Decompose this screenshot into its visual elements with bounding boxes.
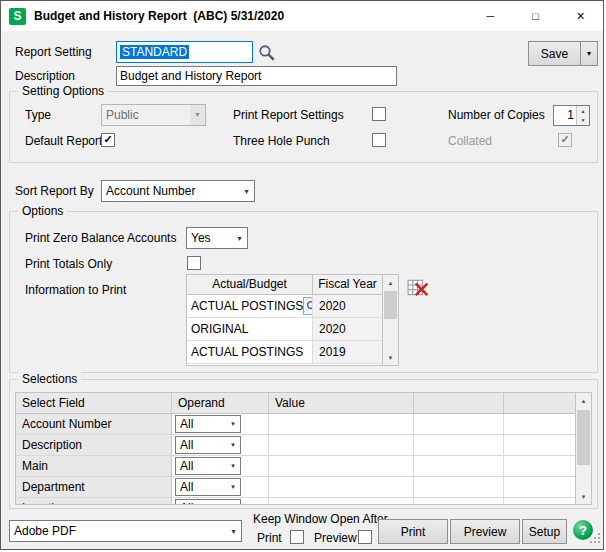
keep-print-label: Print xyxy=(257,531,282,546)
extra-cell[interactable] xyxy=(414,435,504,455)
operand-select[interactable]: All ▾ xyxy=(175,457,241,475)
column-header[interactable]: Value xyxy=(269,393,414,413)
default-report-label: Default Report xyxy=(25,134,102,149)
actual-budget-cell[interactable]: ACTUAL POSTINGS xyxy=(191,345,303,359)
report-setting-input[interactable]: STANDARD xyxy=(116,41,253,63)
table-row[interactable]: ACTUAL POSTINGS 2019 xyxy=(187,341,382,364)
preview-button[interactable]: Preview xyxy=(450,519,520,544)
number-of-copies-stepper[interactable]: 1 ▲ ▼ xyxy=(553,105,590,126)
help-icon: ? xyxy=(579,523,587,538)
keep-preview-checkbox[interactable]: ✓ xyxy=(358,530,372,544)
collated-checkbox: ✓ xyxy=(558,133,572,147)
extra-cell[interactable] xyxy=(414,498,504,504)
select-field-cell[interactable]: Description xyxy=(16,435,172,455)
scroll-up-icon[interactable]: ▲ xyxy=(576,393,591,408)
resize-grip[interactable] xyxy=(589,532,601,547)
extra-cell[interactable] xyxy=(504,477,575,497)
actual-budget-cell[interactable]: ACTUAL POSTINGS xyxy=(191,299,303,313)
operand-select[interactable]: All ▾ xyxy=(175,499,241,504)
chevron-down-icon: ▾ xyxy=(587,49,591,58)
operand-select[interactable]: All ▾ xyxy=(175,478,241,496)
print-button[interactable]: Print xyxy=(378,519,448,544)
scrollbar-thumb[interactable] xyxy=(577,410,590,465)
value-cell[interactable] xyxy=(269,498,414,504)
fiscal-year-cell[interactable]: 2020 xyxy=(313,318,382,340)
print-zero-balance-value: Yes xyxy=(187,231,232,245)
table-row[interactable]: ACTUAL POSTINGS 2020 xyxy=(187,295,382,318)
chevron-down-icon: ▾ xyxy=(232,234,247,243)
scroll-up-icon[interactable]: ▲ xyxy=(383,275,398,290)
value-cell[interactable] xyxy=(269,456,414,476)
value-cell[interactable] xyxy=(269,435,414,455)
table-row[interactable]: Account Number All ▾ xyxy=(16,414,575,435)
spinner-up-icon[interactable]: ▲ xyxy=(577,106,589,116)
default-report-checkbox[interactable]: ✓ xyxy=(101,133,115,147)
setup-button[interactable]: Setup xyxy=(522,519,567,544)
print-totals-only-checkbox[interactable]: ✓ xyxy=(187,256,201,270)
print-zero-balance-select[interactable]: Yes ▾ xyxy=(186,227,248,249)
selections-scrollbar[interactable]: ▲ ▼ xyxy=(575,393,591,504)
operand-select[interactable]: All ▾ xyxy=(175,415,241,433)
clear-grid-button[interactable] xyxy=(407,277,429,299)
three-hole-punch-checkbox[interactable]: ✓ xyxy=(372,133,386,147)
report-setting-lookup-button[interactable] xyxy=(257,43,277,63)
save-dropdown-button[interactable]: ▾ xyxy=(580,41,598,66)
check-icon: ✓ xyxy=(103,134,112,145)
information-to-print-grid: Actual/Budget Fiscal Year ACTUAL POSTING… xyxy=(186,274,399,366)
extra-cell[interactable] xyxy=(504,498,575,504)
scroll-down-icon[interactable]: ▼ xyxy=(383,350,398,365)
spinner-down-icon[interactable]: ▼ xyxy=(577,116,589,126)
select-field-cell[interactable]: Account Number xyxy=(16,414,172,434)
column-header[interactable]: Actual/Budget xyxy=(187,275,313,294)
maximize-button[interactable]: □ xyxy=(513,1,558,31)
type-select[interactable]: Public ▾ xyxy=(101,104,206,126)
value-cell[interactable] xyxy=(269,414,414,434)
operand-select[interactable]: All ▾ xyxy=(175,436,241,454)
column-header[interactable] xyxy=(504,393,575,413)
scrollbar-thumb[interactable] xyxy=(384,291,397,319)
description-input[interactable]: Budget and History Report xyxy=(116,66,397,86)
table-row[interactable]: Description All ▾ xyxy=(16,435,575,456)
select-field-cell[interactable]: Department xyxy=(16,477,172,497)
column-header[interactable]: Select Field xyxy=(16,393,172,413)
report-setting-value: STANDARD xyxy=(120,45,189,59)
table-row[interactable]: Main All ▾ xyxy=(16,456,575,477)
extra-cell[interactable] xyxy=(504,435,575,455)
fiscal-year-cell[interactable]: 2019 xyxy=(313,341,382,363)
extra-cell[interactable] xyxy=(414,414,504,434)
close-button[interactable]: ✕ xyxy=(558,1,603,31)
column-header[interactable] xyxy=(414,393,504,413)
select-field-cell[interactable]: Location xyxy=(16,498,172,504)
minimize-button[interactable]: ─ xyxy=(468,1,513,31)
column-header[interactable]: Operand xyxy=(172,393,269,413)
printer-select[interactable]: Adobe PDF ▾ xyxy=(9,520,242,542)
value-cell[interactable] xyxy=(269,477,414,497)
description-label: Description xyxy=(15,69,75,84)
selections-title: Selections xyxy=(18,372,81,387)
cell-lookup-button[interactable] xyxy=(303,297,313,315)
fiscal-year-cell[interactable]: 2020 xyxy=(313,295,382,317)
save-button[interactable]: Save xyxy=(528,41,581,66)
grid-scrollbar[interactable]: ▲ ▼ xyxy=(382,275,398,365)
table-row[interactable]: Department All ▾ xyxy=(16,477,575,498)
extra-cell[interactable] xyxy=(504,414,575,434)
table-header-row: Select Field Operand Value xyxy=(16,393,575,414)
sort-report-by-select[interactable]: Account Number ▾ xyxy=(101,180,255,202)
information-to-print-label: Information to Print xyxy=(25,283,126,298)
keep-print-checkbox[interactable]: ✓ xyxy=(290,530,304,544)
select-field-cell[interactable]: Main xyxy=(16,456,172,476)
sort-report-by-label: Sort Report By xyxy=(15,184,94,199)
column-header[interactable]: Fiscal Year xyxy=(313,275,382,294)
extra-cell[interactable] xyxy=(414,477,504,497)
table-row[interactable]: ORIGINAL 2020 xyxy=(187,318,382,341)
actual-budget-cell[interactable]: ORIGINAL xyxy=(191,322,248,336)
type-value: Public xyxy=(102,108,190,122)
number-of-copies-label: Number of Copies xyxy=(448,108,545,123)
scroll-down-icon[interactable]: ▼ xyxy=(576,489,591,504)
window-controls: ─ □ ✕ xyxy=(468,1,603,31)
table-row[interactable]: Location All ▾ xyxy=(16,498,575,504)
operand-value: All xyxy=(176,501,226,504)
extra-cell[interactable] xyxy=(414,456,504,476)
extra-cell[interactable] xyxy=(504,456,575,476)
print-report-settings-checkbox[interactable]: ✓ xyxy=(372,107,386,121)
